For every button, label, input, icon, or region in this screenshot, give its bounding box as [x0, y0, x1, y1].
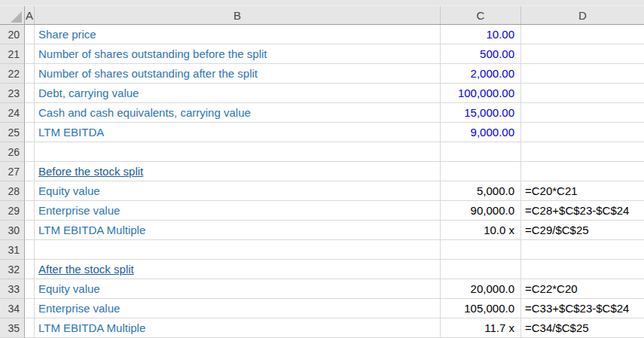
row-30: 30 LTM EBITDA Multiple 10.0 x =C29/$C$25	[0, 221, 644, 240]
cell-A35[interactable]	[25, 318, 35, 338]
cell-B27-section-title[interactable]: Before the stock split	[35, 162, 441, 181]
cell-D26[interactable]	[521, 142, 644, 162]
cell-C34[interactable]: 105,000.0	[441, 299, 521, 318]
cell-B25[interactable]: LTM EBITDA	[35, 123, 441, 142]
cell-C22[interactable]: 2,000.00	[441, 64, 521, 84]
cell-A31[interactable]	[25, 240, 35, 260]
cell-A24[interactable]	[25, 103, 35, 123]
column-header-B[interactable]: B	[35, 6, 441, 24]
cell-C20[interactable]: 10.00	[441, 25, 521, 44]
cell-C31[interactable]	[441, 240, 521, 260]
row-header-26[interactable]: 26	[0, 142, 25, 162]
cell-A23[interactable]	[25, 84, 35, 103]
cell-C28[interactable]: 5,000.0	[441, 181, 521, 201]
cell-B35[interactable]: LTM EBITDA Multiple	[35, 318, 441, 338]
cell-A34[interactable]	[25, 299, 35, 318]
cell-A28[interactable]	[25, 181, 35, 201]
cell-D29[interactable]: =C28+$C$23-$C$24	[521, 201, 644, 221]
select-all-triangle-icon	[11, 11, 22, 23]
row-23: 23 Debt, carrying value 100,000.00	[0, 84, 644, 103]
row-header-33[interactable]: 33	[0, 279, 25, 299]
cell-D20[interactable]	[521, 25, 644, 44]
row-header-28[interactable]: 28	[0, 181, 25, 201]
row-22: 22 Number of shares outstanding after th…	[0, 64, 644, 84]
cell-A27[interactable]	[25, 162, 35, 181]
cell-B22[interactable]: Number of shares outstanding after the s…	[35, 64, 441, 84]
row-32: 32 After the stock split	[0, 260, 644, 279]
spreadsheet: A B C D 20 Share price 10.00 21 Number o…	[0, 0, 644, 338]
cell-B21[interactable]: Number of shares outstanding before the …	[35, 44, 441, 64]
row-header-29[interactable]: 29	[0, 201, 25, 221]
row-34: 34 Enterprise value 105,000.0 =C33+$C$23…	[0, 299, 644, 318]
cell-B26[interactable]	[35, 142, 441, 162]
cell-C33[interactable]: 20,000.0	[441, 279, 521, 299]
row-header-24[interactable]: 24	[0, 103, 25, 123]
row-header-20[interactable]: 20	[0, 25, 25, 44]
cell-A32[interactable]	[25, 260, 35, 279]
column-header-A[interactable]: A	[25, 6, 35, 24]
cell-B28[interactable]: Equity value	[35, 181, 441, 201]
cell-A33[interactable]	[25, 279, 35, 299]
cell-D27[interactable]	[521, 162, 644, 181]
cell-A25[interactable]	[25, 123, 35, 142]
cell-D32[interactable]	[521, 260, 644, 279]
row-header-30[interactable]: 30	[0, 221, 25, 240]
cell-C35[interactable]: 11.7 x	[441, 318, 521, 338]
cell-C29[interactable]: 90,000.0	[441, 201, 521, 221]
cell-A20[interactable]	[25, 25, 35, 44]
row-header-27[interactable]: 27	[0, 162, 25, 181]
cell-B29[interactable]: Enterprise value	[35, 201, 441, 221]
column-headers: A B C D	[0, 6, 644, 25]
cell-B33[interactable]: Equity value	[35, 279, 441, 299]
column-header-D[interactable]: D	[521, 6, 644, 24]
cell-A21[interactable]	[25, 44, 35, 64]
row-24: 24 Cash and cash equivalents, carrying v…	[0, 103, 644, 123]
row-31: 31	[0, 240, 644, 260]
row-header-22[interactable]: 22	[0, 64, 25, 84]
row-35: 35 LTM EBITDA Multiple 11.7 x =C34/$C$25	[0, 318, 644, 338]
cell-A29[interactable]	[25, 201, 35, 221]
cell-C24[interactable]: 15,000.00	[441, 103, 521, 123]
cell-B24[interactable]: Cash and cash equivalents, carrying valu…	[35, 103, 441, 123]
row-28: 28 Equity value 5,000.0 =C20*C21	[0, 181, 644, 201]
cell-B20[interactable]: Share price	[35, 25, 441, 44]
cell-C23[interactable]: 100,000.00	[441, 84, 521, 103]
cell-B23[interactable]: Debt, carrying value	[35, 84, 441, 103]
cell-A30[interactable]	[25, 221, 35, 240]
cell-D35[interactable]: =C34/$C$25	[521, 318, 644, 338]
row-header-35[interactable]: 35	[0, 318, 25, 338]
cell-D21[interactable]	[521, 44, 644, 64]
cell-A26[interactable]	[25, 142, 35, 162]
cell-D23[interactable]	[521, 84, 644, 103]
cell-D30[interactable]: =C29/$C$25	[521, 221, 644, 240]
cell-D34[interactable]: =C33+$C$23-$C$24	[521, 299, 644, 318]
cell-A22[interactable]	[25, 64, 35, 84]
cell-B31[interactable]	[35, 240, 441, 260]
row-header-31[interactable]: 31	[0, 240, 25, 260]
cell-C27[interactable]	[441, 162, 521, 181]
cell-C21[interactable]: 500.00	[441, 44, 521, 64]
cell-D22[interactable]	[521, 64, 644, 84]
cell-B32-section-title[interactable]: After the stock split	[35, 260, 441, 279]
cell-D33[interactable]: =C22*C20	[521, 279, 644, 299]
row-header-21[interactable]: 21	[0, 44, 25, 64]
cell-B34[interactable]: Enterprise value	[35, 299, 441, 318]
cell-C30[interactable]: 10.0 x	[441, 221, 521, 240]
row-26: 26	[0, 142, 644, 162]
row-header-32[interactable]: 32	[0, 260, 25, 279]
cell-D25[interactable]	[521, 123, 644, 142]
row-header-34[interactable]: 34	[0, 299, 25, 318]
cell-D24[interactable]	[521, 103, 644, 123]
row-33: 33 Equity value 20,000.0 =C22*C20	[0, 279, 644, 299]
row-header-25[interactable]: 25	[0, 123, 25, 142]
cell-C32[interactable]	[441, 260, 521, 279]
select-all-corner[interactable]	[0, 6, 25, 24]
cell-D31[interactable]	[521, 240, 644, 260]
cell-C25[interactable]: 9,000.00	[441, 123, 521, 142]
row-header-23[interactable]: 23	[0, 84, 25, 103]
column-header-C[interactable]: C	[441, 6, 521, 24]
row-20: 20 Share price 10.00	[0, 25, 644, 44]
cell-B30[interactable]: LTM EBITDA Multiple	[35, 221, 441, 240]
cell-C26[interactable]	[441, 142, 521, 162]
cell-D28[interactable]: =C20*C21	[521, 181, 644, 201]
